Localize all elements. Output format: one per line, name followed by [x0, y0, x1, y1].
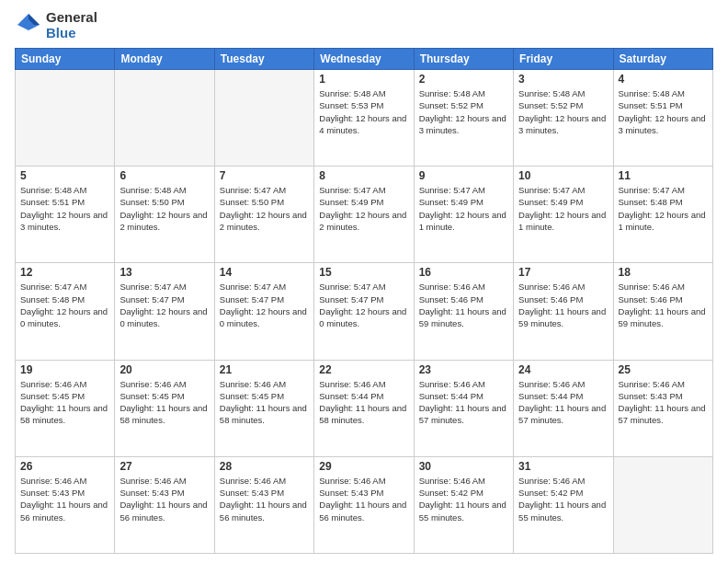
calendar-cell [214, 70, 313, 167]
day-number: 7 [220, 169, 309, 182]
day-info: Sunrise: 5:47 AMSunset: 5:48 PMDaylight:… [20, 281, 109, 329]
calendar-cell: 7Sunrise: 5:47 AMSunset: 5:50 PMDaylight… [214, 167, 313, 263]
calendar-cell: 1Sunrise: 5:48 AMSunset: 5:53 PMDaylight… [314, 70, 414, 167]
calendar-cell: 3Sunrise: 5:48 AMSunset: 5:52 PMDaylight… [514, 70, 613, 167]
day-info: Sunrise: 5:47 AMSunset: 5:47 PMDaylight:… [220, 281, 309, 329]
calendar-cell: 29Sunrise: 5:46 AMSunset: 5:43 PMDayligh… [314, 456, 414, 553]
day-info: Sunrise: 5:48 AMSunset: 5:51 PMDaylight:… [20, 184, 109, 233]
day-info: Sunrise: 5:47 AMSunset: 5:49 PMDaylight:… [319, 184, 408, 233]
calendar-cell: 31Sunrise: 5:46 AMSunset: 5:42 PMDayligh… [514, 456, 613, 553]
day-number: 27 [119, 460, 209, 473]
calendar-cell: 14Sunrise: 5:47 AMSunset: 5:47 PMDayligh… [214, 263, 313, 360]
day-info: Sunrise: 5:48 AMSunset: 5:52 PMDaylight:… [518, 87, 608, 136]
day-info: Sunrise: 5:46 AMSunset: 5:46 PMDaylight:… [419, 281, 508, 329]
calendar-cell: 19Sunrise: 5:46 AMSunset: 5:45 PMDayligh… [16, 360, 115, 456]
day-info: Sunrise: 5:46 AMSunset: 5:46 PMDaylight:… [518, 281, 608, 329]
day-number: 5 [20, 169, 109, 182]
day-number: 4 [619, 73, 708, 86]
calendar-cell: 12Sunrise: 5:47 AMSunset: 5:48 PMDayligh… [16, 263, 115, 360]
calendar-cell: 4Sunrise: 5:48 AMSunset: 5:51 PMDaylight… [613, 70, 712, 167]
calendar-week-1: 1Sunrise: 5:48 AMSunset: 5:53 PMDaylight… [16, 70, 713, 167]
calendar-cell [115, 70, 214, 167]
page: General Blue SundayMondayTuesdayWednesda… [0, 0, 728, 563]
calendar-cell: 21Sunrise: 5:46 AMSunset: 5:45 PMDayligh… [214, 360, 313, 456]
calendar-cell: 5Sunrise: 5:48 AMSunset: 5:51 PMDaylight… [16, 167, 115, 263]
col-header-friday: Friday [514, 49, 613, 70]
day-info: Sunrise: 5:46 AMSunset: 5:43 PMDaylight:… [220, 475, 309, 523]
logo: General Blue [15, 9, 97, 40]
day-number: 2 [419, 73, 508, 86]
day-info: Sunrise: 5:46 AMSunset: 5:45 PMDaylight:… [119, 378, 209, 427]
calendar-cell [16, 70, 115, 167]
calendar-cell [613, 456, 712, 553]
calendar-cell: 11Sunrise: 5:47 AMSunset: 5:48 PMDayligh… [613, 167, 712, 263]
day-number: 19 [20, 363, 109, 376]
day-number: 18 [619, 266, 708, 279]
day-info: Sunrise: 5:46 AMSunset: 5:43 PMDaylight:… [319, 475, 408, 523]
col-header-monday: Monday [115, 49, 214, 70]
calendar-cell: 22Sunrise: 5:46 AMSunset: 5:44 PMDayligh… [314, 360, 414, 456]
day-info: Sunrise: 5:46 AMSunset: 5:43 PMDaylight:… [20, 475, 109, 523]
calendar-week-4: 19Sunrise: 5:46 AMSunset: 5:45 PMDayligh… [16, 360, 713, 456]
calendar-cell: 10Sunrise: 5:47 AMSunset: 5:49 PMDayligh… [514, 167, 613, 263]
day-info: Sunrise: 5:47 AMSunset: 5:49 PMDaylight:… [518, 184, 608, 233]
day-number: 16 [419, 266, 508, 279]
calendar-cell: 8Sunrise: 5:47 AMSunset: 5:49 PMDaylight… [314, 167, 414, 263]
day-number: 10 [518, 169, 608, 182]
day-number: 23 [419, 363, 508, 376]
day-number: 21 [220, 363, 309, 376]
day-number: 31 [518, 460, 608, 473]
calendar-week-5: 26Sunrise: 5:46 AMSunset: 5:43 PMDayligh… [16, 456, 713, 553]
day-info: Sunrise: 5:47 AMSunset: 5:47 PMDaylight:… [119, 281, 209, 329]
calendar-cell: 27Sunrise: 5:46 AMSunset: 5:43 PMDayligh… [115, 456, 214, 553]
day-info: Sunrise: 5:46 AMSunset: 5:44 PMDaylight:… [319, 378, 408, 427]
day-number: 25 [619, 363, 708, 376]
day-number: 3 [518, 73, 608, 86]
day-number: 15 [319, 266, 408, 279]
day-info: Sunrise: 5:46 AMSunset: 5:45 PMDaylight:… [20, 378, 109, 427]
logo-text: General Blue [46, 9, 97, 40]
day-info: Sunrise: 5:47 AMSunset: 5:48 PMDaylight:… [619, 184, 708, 233]
day-info: Sunrise: 5:48 AMSunset: 5:50 PMDaylight:… [119, 184, 209, 233]
day-number: 28 [220, 460, 309, 473]
calendar-week-2: 5Sunrise: 5:48 AMSunset: 5:51 PMDaylight… [16, 167, 713, 263]
calendar-cell: 18Sunrise: 5:46 AMSunset: 5:46 PMDayligh… [613, 263, 712, 360]
calendar-cell: 30Sunrise: 5:46 AMSunset: 5:42 PMDayligh… [414, 456, 513, 553]
day-info: Sunrise: 5:46 AMSunset: 5:46 PMDaylight:… [619, 281, 708, 329]
calendar-cell: 13Sunrise: 5:47 AMSunset: 5:47 PMDayligh… [115, 263, 214, 360]
logo-icon [15, 11, 42, 39]
day-number: 8 [319, 169, 408, 182]
calendar-cell: 28Sunrise: 5:46 AMSunset: 5:43 PMDayligh… [214, 456, 313, 553]
calendar-cell: 25Sunrise: 5:46 AMSunset: 5:43 PMDayligh… [613, 360, 712, 456]
day-number: 29 [319, 460, 408, 473]
day-info: Sunrise: 5:46 AMSunset: 5:44 PMDaylight:… [518, 378, 608, 427]
day-info: Sunrise: 5:48 AMSunset: 5:52 PMDaylight:… [419, 87, 508, 136]
col-header-tuesday: Tuesday [214, 49, 313, 70]
day-info: Sunrise: 5:46 AMSunset: 5:43 PMDaylight:… [119, 475, 209, 523]
col-header-saturday: Saturday [613, 49, 712, 70]
day-number: 14 [220, 266, 309, 279]
day-number: 24 [518, 363, 608, 376]
calendar-table: SundayMondayTuesdayWednesdayThursdayFrid… [15, 48, 713, 554]
day-info: Sunrise: 5:47 AMSunset: 5:50 PMDaylight:… [220, 184, 309, 233]
day-info: Sunrise: 5:46 AMSunset: 5:42 PMDaylight:… [518, 475, 608, 523]
day-info: Sunrise: 5:48 AMSunset: 5:51 PMDaylight:… [619, 87, 708, 136]
calendar-week-3: 12Sunrise: 5:47 AMSunset: 5:48 PMDayligh… [16, 263, 713, 360]
col-header-sunday: Sunday [16, 49, 115, 70]
day-number: 9 [419, 169, 508, 182]
day-number: 13 [119, 266, 209, 279]
calendar-cell: 23Sunrise: 5:46 AMSunset: 5:44 PMDayligh… [414, 360, 513, 456]
day-info: Sunrise: 5:48 AMSunset: 5:53 PMDaylight:… [319, 87, 408, 136]
day-number: 1 [319, 73, 408, 86]
day-number: 11 [619, 169, 708, 182]
calendar-cell: 17Sunrise: 5:46 AMSunset: 5:46 PMDayligh… [514, 263, 613, 360]
day-info: Sunrise: 5:47 AMSunset: 5:49 PMDaylight:… [419, 184, 508, 233]
calendar-cell: 6Sunrise: 5:48 AMSunset: 5:50 PMDaylight… [115, 167, 214, 263]
calendar-header-row: SundayMondayTuesdayWednesdayThursdayFrid… [16, 49, 713, 70]
calendar-cell: 9Sunrise: 5:47 AMSunset: 5:49 PMDaylight… [414, 167, 513, 263]
day-number: 22 [319, 363, 408, 376]
calendar-cell: 16Sunrise: 5:46 AMSunset: 5:46 PMDayligh… [414, 263, 513, 360]
calendar-cell: 2Sunrise: 5:48 AMSunset: 5:52 PMDaylight… [414, 70, 513, 167]
day-info: Sunrise: 5:46 AMSunset: 5:42 PMDaylight:… [419, 475, 508, 523]
header: General Blue [15, 9, 713, 40]
